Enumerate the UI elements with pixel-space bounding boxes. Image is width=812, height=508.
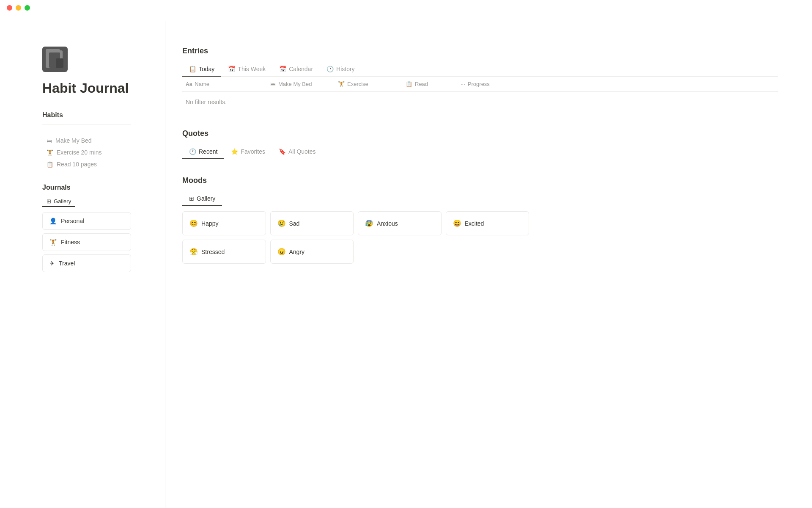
habit-label: Exercise 20 mins	[57, 149, 102, 156]
table-header: Aa Name 🛏 Make My Bed 🏋 Exercise 📋 Read …	[182, 77, 778, 92]
entries-tabs: 📋 Today 📅 This Week 📅 Calendar 🕐 History	[182, 62, 778, 77]
col-exercise-icon: 🏋	[338, 81, 345, 87]
habits-section: Habits 🛏 Make My Bed 🏋 Exercise 20 mins …	[42, 111, 131, 170]
journals-section: Journals ⊞ Gallery 👤 Personal 🏋 Fitness …	[42, 184, 131, 272]
excited-label: Excited	[465, 220, 484, 227]
anxious-label: Anxious	[377, 220, 398, 227]
angry-label: Angry	[289, 248, 305, 255]
mood-card-stressed[interactable]: 😤 Stressed	[182, 240, 266, 264]
journal-card-fitness[interactable]: 🏋 Fitness	[42, 233, 131, 251]
habits-title: Habits	[42, 111, 131, 119]
mood-card-sad[interactable]: 😢 Sad	[270, 211, 354, 235]
no-filter-message: No filter results.	[182, 92, 778, 112]
entries-title: Entries	[182, 47, 778, 55]
journals-title: Journals	[42, 184, 131, 191]
habit-label: Read 10 pages	[57, 161, 97, 168]
mood-card-angry[interactable]: 😠 Angry	[270, 240, 354, 264]
col-read-icon: 📋	[406, 81, 412, 87]
main-content: Habit Journal Habits 🛏 Make My Bed 🏋 Exe…	[0, 0, 812, 508]
page-title: Habit Journal	[42, 80, 131, 96]
moods-gallery-icon: ⊞	[189, 195, 194, 202]
week-icon: 📅	[228, 66, 235, 72]
moods-title: Moods	[182, 176, 778, 185]
tab-moods-gallery[interactable]: ⊞ Gallery	[182, 192, 222, 206]
entries-section: Entries 📋 Today 📅 This Week 📅 Calendar 🕐…	[182, 47, 778, 112]
happy-label: Happy	[201, 220, 218, 227]
habit-item[interactable]: 🏋 Exercise 20 mins	[42, 146, 131, 158]
close-button[interactable]	[7, 5, 12, 11]
journal-card-travel[interactable]: ✈ Travel	[42, 254, 131, 272]
tab-all-quotes[interactable]: 🔖 All Quotes	[272, 145, 323, 159]
col-progress: ··· Progress	[457, 81, 778, 87]
col-name: Aa Name	[182, 81, 267, 87]
gallery-icon: ⊞	[47, 198, 51, 204]
exercise-icon: 🏋	[47, 149, 53, 156]
tab-calendar[interactable]: 📅 Calendar	[272, 62, 320, 77]
habit-list: 🛏 Make My Bed 🏋 Exercise 20 mins 📋 Read …	[42, 135, 131, 170]
tab-favorites[interactable]: ⭐ Favorites	[224, 145, 272, 159]
mood-card-excited[interactable]: 😄 Excited	[446, 211, 529, 235]
read-icon: 📋	[47, 161, 53, 168]
moods-tabs: ⊞ Gallery	[182, 192, 778, 206]
col-make-bed: 🛏 Make My Bed	[267, 81, 335, 87]
mood-card-anxious[interactable]: 😰 Anxious	[358, 211, 442, 235]
journals-tabs: ⊞ Gallery	[42, 196, 131, 207]
angry-emoji: 😠	[277, 248, 286, 256]
calendar-icon: 📅	[279, 66, 286, 72]
sidebar: Habit Journal Habits 🛏 Make My Bed 🏋 Exe…	[0, 21, 165, 508]
bookmark-icon: 🔖	[279, 148, 286, 155]
tab-this-week[interactable]: 📅 This Week	[221, 62, 272, 77]
habit-item[interactable]: 🛏 Make My Bed	[42, 135, 131, 146]
stressed-emoji: 😤	[189, 248, 198, 256]
quotes-title: Quotes	[182, 129, 778, 138]
history-icon: 🕐	[326, 66, 334, 72]
maximize-button[interactable]	[25, 5, 30, 11]
recent-icon: 🕐	[189, 148, 196, 155]
sad-emoji: 😢	[277, 219, 286, 227]
personal-icon: 👤	[49, 218, 57, 224]
tab-recent[interactable]: 🕐 Recent	[182, 145, 224, 159]
tab-today[interactable]: 📋 Today	[182, 62, 221, 77]
star-icon: ⭐	[231, 148, 238, 155]
today-icon: 📋	[189, 66, 196, 72]
tab-gallery[interactable]: ⊞ Gallery	[42, 196, 75, 207]
minimize-button[interactable]	[16, 5, 21, 11]
moods-grid: 😊 Happy 😢 Sad 😰 Anxious 😄 Excited 😤	[182, 211, 529, 264]
fitness-icon: 🏋	[49, 239, 57, 246]
habit-item[interactable]: 📋 Read 10 pages	[42, 158, 131, 170]
app-icon	[42, 47, 68, 72]
col-bed-icon: 🛏	[270, 81, 276, 87]
anxious-emoji: 😰	[365, 219, 373, 227]
journal-card-personal[interactable]: 👤 Personal	[42, 212, 131, 230]
titlebar	[0, 0, 812, 16]
moods-section: Moods ⊞ Gallery 😊 Happy 😢 Sad 😰 A	[182, 176, 778, 264]
quotes-tabs: 🕐 Recent ⭐ Favorites 🔖 All Quotes	[182, 145, 778, 159]
bed-icon: 🛏	[47, 138, 52, 144]
type-text-icon: Aa	[186, 81, 192, 87]
mood-card-happy[interactable]: 😊 Happy	[182, 211, 266, 235]
sad-label: Sad	[289, 220, 300, 227]
habit-label: Make My Bed	[55, 137, 92, 144]
travel-icon: ✈	[49, 260, 55, 267]
col-exercise: 🏋 Exercise	[335, 81, 402, 87]
stressed-label: Stressed	[201, 248, 225, 255]
habits-divider	[42, 124, 131, 124]
col-more-icon: ···	[461, 81, 465, 87]
col-read: 📋 Read	[402, 81, 457, 87]
content-area: Entries 📋 Today 📅 This Week 📅 Calendar 🕐…	[165, 21, 812, 508]
tab-history[interactable]: 🕐 History	[320, 62, 362, 77]
happy-emoji: 😊	[189, 219, 198, 227]
svg-rect-1	[49, 52, 60, 68]
quotes-section: Quotes 🕐 Recent ⭐ Favorites 🔖 All Quotes	[182, 129, 778, 159]
excited-emoji: 😄	[453, 219, 461, 227]
